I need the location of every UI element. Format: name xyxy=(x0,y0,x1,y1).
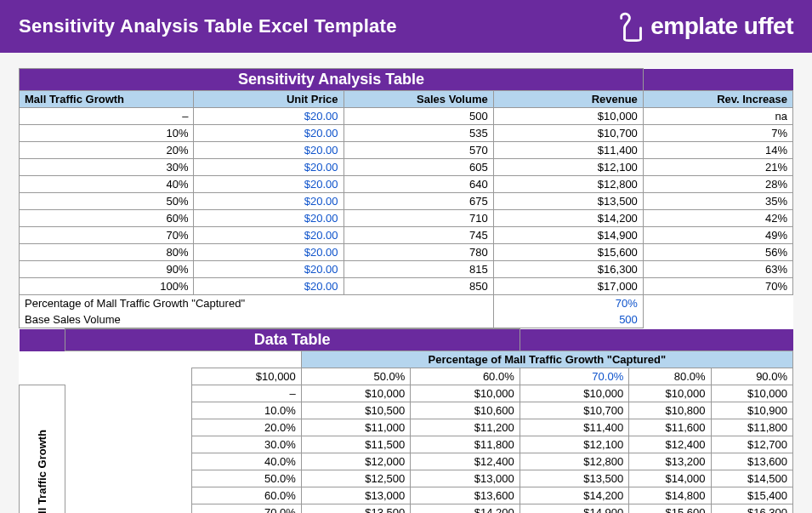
sat-volume: 570 xyxy=(344,142,493,159)
table-row: 70%$20.00745$14,90049% xyxy=(20,227,793,244)
dt-value: $13,000 xyxy=(411,470,520,487)
sat-increase: 28% xyxy=(643,176,792,193)
sat-note2-label: Base Sales Volume xyxy=(20,311,494,328)
table-row: 10.0%$10,500$10,600$10,700$10,800$10,900 xyxy=(20,402,793,419)
sat-revenue: $16,300 xyxy=(493,261,643,278)
dt-side-label: Mall Traffic Growth xyxy=(20,385,65,514)
sat-increase: na xyxy=(643,108,792,125)
dt-value: $13,500 xyxy=(520,470,628,487)
table-row: 30%$20.00605$12,10021% xyxy=(20,159,793,176)
brand-logo-text: emplate uffet xyxy=(650,13,793,40)
sensitivity-table: Sensitivity Analysis Table Mall Traffic … xyxy=(19,68,793,328)
sat-increase: 49% xyxy=(643,227,792,244)
sat-title: Sensitivity Analysis Table xyxy=(20,69,644,91)
dt-value: $12,500 xyxy=(301,470,410,487)
table-row: 70.0%$13,500$14,200$14,900$15,600$16,300 xyxy=(20,504,793,514)
sat-growth: 20% xyxy=(20,142,194,159)
dt-col-pcts-row: $10,000 50.0%60.0%70.0%80.0%90.0% xyxy=(20,368,793,385)
sat-revenue: $10,700 xyxy=(493,125,643,142)
sat-title-row: Sensitivity Analysis Table xyxy=(20,69,793,91)
sat-growth: – xyxy=(20,108,194,125)
dt-top-label: Percentage of Mall Traffic Growth "Captu… xyxy=(301,351,792,368)
dt-value: $16,300 xyxy=(711,504,792,514)
dt-value: $14,900 xyxy=(520,504,628,514)
sat-increase: 63% xyxy=(643,261,792,278)
sat-revenue: $10,000 xyxy=(493,108,643,125)
sat-price: $20.00 xyxy=(194,193,344,210)
sat-revenue: $14,900 xyxy=(493,227,643,244)
sat-note1-value: 70% xyxy=(493,295,643,312)
sat-col-price: Unit Price xyxy=(194,91,344,108)
dt-value: $12,800 xyxy=(520,453,628,470)
sat-note-base: Base Sales Volume 500 xyxy=(20,311,793,328)
sat-increase: 7% xyxy=(643,125,792,142)
dt-value: $15,400 xyxy=(711,487,792,504)
sat-col-growth: Mall Traffic Growth xyxy=(20,91,194,108)
sat-col-revenue: Revenue xyxy=(493,91,643,108)
sat-revenue: $12,100 xyxy=(493,159,643,176)
sat-increase: 35% xyxy=(643,193,792,210)
dt-growth: 50.0% xyxy=(192,470,301,487)
sat-increase: 42% xyxy=(643,210,792,227)
dt-value: $13,600 xyxy=(411,487,520,504)
sat-growth: 100% xyxy=(20,278,194,295)
dt-value: $11,800 xyxy=(411,436,520,453)
dt-value: $11,200 xyxy=(411,419,520,436)
table-row: 50%$20.00675$13,50035% xyxy=(20,193,793,210)
sat-growth: 80% xyxy=(20,244,194,261)
sat-growth: 30% xyxy=(20,159,194,176)
dt-value: $14,000 xyxy=(629,470,711,487)
sat-volume: 815 xyxy=(344,261,493,278)
dt-value: $10,000 xyxy=(629,385,711,402)
dt-value: $15,600 xyxy=(629,504,711,514)
sat-price: $20.00 xyxy=(194,142,344,159)
sat-price: $20.00 xyxy=(194,210,344,227)
table-row: 90%$20.00815$16,30063% xyxy=(20,261,793,278)
top-banner: Sensitivity Analysis Table Excel Templat… xyxy=(0,0,812,53)
table-row: 30.0%$11,500$11,800$12,100$12,400$12,700 xyxy=(20,436,793,453)
dt-value: $12,400 xyxy=(411,453,520,470)
dt-col-pct: 60.0% xyxy=(411,368,520,385)
sat-growth: 70% xyxy=(20,227,194,244)
sat-volume: 535 xyxy=(344,125,493,142)
sat-price: $20.00 xyxy=(194,108,344,125)
sat-increase: 56% xyxy=(643,244,792,261)
table-row: 50.0%$12,500$13,000$13,500$14,000$14,500 xyxy=(20,470,793,487)
dt-col-pct: 70.0% xyxy=(520,368,628,385)
table-row: 60.0%$13,000$13,600$14,200$14,800$15,400 xyxy=(20,487,793,504)
sat-volume: 640 xyxy=(344,176,493,193)
sat-price: $20.00 xyxy=(194,125,344,142)
dt-growth: 10.0% xyxy=(192,402,301,419)
sat-volume: 710 xyxy=(344,210,493,227)
table-row: 100%$20.00850$17,00070% xyxy=(20,278,793,295)
banner-title: Sensitivity Analysis Table Excel Templat… xyxy=(19,15,397,37)
dt-value: $11,800 xyxy=(711,419,792,436)
brand-logo: emplate uffet xyxy=(616,9,793,43)
sat-revenue: $14,200 xyxy=(493,210,643,227)
sat-note-captured: Percentage of Mall Traffic Growth "Captu… xyxy=(20,295,793,312)
sat-volume: 605 xyxy=(344,159,493,176)
dt-col-pct: 90.0% xyxy=(711,368,792,385)
table-row: 40%$20.00640$12,80028% xyxy=(20,176,793,193)
sat-growth: 90% xyxy=(20,261,194,278)
dt-value: $11,400 xyxy=(520,419,628,436)
sat-price: $20.00 xyxy=(194,159,344,176)
dt-value: $12,400 xyxy=(629,436,711,453)
table-row: Mall Traffic Growth–$10,000$10,000$10,00… xyxy=(20,385,793,402)
table-row: 20%$20.00570$11,40014% xyxy=(20,142,793,159)
sat-price: $20.00 xyxy=(194,244,344,261)
sat-price: $20.00 xyxy=(194,227,344,244)
buffet-logo-icon xyxy=(616,9,649,43)
sat-revenue: $15,600 xyxy=(493,244,643,261)
dt-growth: 40.0% xyxy=(192,453,301,470)
dt-growth: 30.0% xyxy=(192,436,301,453)
dt-value: $10,700 xyxy=(520,402,628,419)
dt-value: $12,100 xyxy=(520,436,628,453)
sat-header-row: Mall Traffic Growth Unit Price Sales Vol… xyxy=(20,91,793,108)
data-table: Data Table Percentage of Mall Traffic Gr… xyxy=(19,328,793,513)
dt-value: $13,200 xyxy=(629,453,711,470)
dt-growth: 20.0% xyxy=(192,419,301,436)
sat-volume: 745 xyxy=(344,227,493,244)
dt-value: $14,500 xyxy=(711,470,792,487)
dt-value: $13,600 xyxy=(711,453,792,470)
